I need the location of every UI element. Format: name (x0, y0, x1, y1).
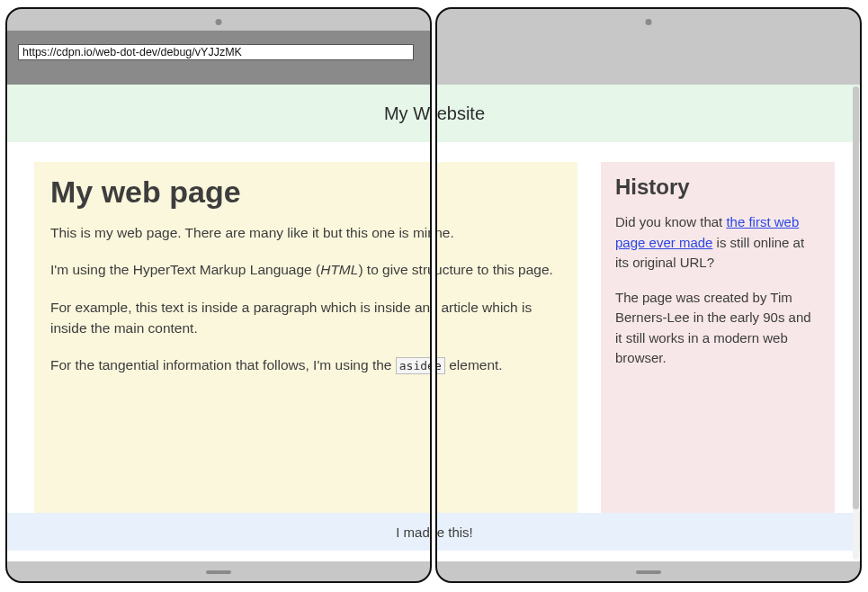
device-camera-icon (216, 19, 222, 25)
aside-paragraph: The page was created by Tim Berners-Lee … (615, 288, 820, 369)
page-viewport-right[interactable]: My Website My web page This is my web pa… (437, 85, 860, 561)
footer-text: I made this! (396, 525, 430, 540)
page-viewport-left[interactable]: My Website My web page This is my web pa… (7, 85, 430, 561)
text-run: ) to give structure to this page. (358, 262, 430, 277)
text-run: element. (445, 357, 503, 372)
article-heading: My web page (50, 175, 430, 210)
scrollbar-thumb[interactable] (853, 86, 859, 509)
rendered-page: My Website My web page This is my web pa… (7, 85, 430, 561)
main-article: My web page This is my web page. There a… (34, 162, 430, 513)
site-title: My Website (437, 103, 485, 124)
home-indicator-icon (636, 570, 661, 574)
text-run: I'm using the HyperText Markup Language … (50, 262, 320, 277)
footer-text: I made this! (437, 525, 473, 540)
article-paragraph: This is my web page. There are many like… (437, 222, 561, 243)
site-header: My Website (7, 85, 430, 142)
aside-history: History Did you know that the first web … (601, 162, 835, 513)
two-tablet-showcase: My Website My web page This is my web pa… (0, 0, 868, 592)
article-paragraph: I'm using the HyperText Markup Language … (50, 259, 430, 280)
article-paragraph: This is my web page. There are many like… (50, 222, 430, 243)
main-article: My web page This is my web page. There a… (437, 162, 577, 513)
inline-code-aside: aside (437, 357, 445, 374)
main-content-row: My web page This is my web page. There a… (437, 142, 860, 513)
device-camera-icon (646, 19, 652, 25)
tablet-device-left: My Website My web page This is my web pa… (5, 7, 432, 583)
article-heading: My web page (437, 175, 561, 210)
rendered-page: My Website My web page This is my web pa… (437, 85, 860, 561)
main-content-row: My web page This is my web page. There a… (7, 142, 430, 513)
address-bar[interactable] (18, 44, 414, 60)
site-footer: I made this! (437, 513, 860, 551)
text-run: Did you know that (615, 214, 726, 229)
text-run: ) to give structure to this page. (437, 262, 553, 277)
inline-code-aside: aside (396, 357, 430, 374)
article-paragraph: I'm using the HyperText Markup Language … (437, 259, 561, 280)
site-header: My Website (437, 85, 860, 142)
aside-heading: History (615, 175, 820, 200)
home-indicator-icon (206, 570, 231, 574)
site-title: My Website (384, 103, 430, 124)
article-paragraph: For the tangential information that foll… (437, 354, 561, 375)
article-paragraph: For example, this text is inside a parag… (437, 297, 561, 339)
tablet-device-right: My Website My web page This is my web pa… (435, 7, 862, 583)
article-paragraph: For example, this text is inside a parag… (50, 297, 430, 339)
text-run: For the tangential information that foll… (50, 357, 396, 372)
aside-paragraph: Did you know that the first web page eve… (615, 212, 820, 274)
article-paragraph: For the tangential information that foll… (50, 354, 430, 375)
site-footer: I made this! (7, 513, 430, 551)
emphasis-html: HTML (320, 262, 358, 277)
